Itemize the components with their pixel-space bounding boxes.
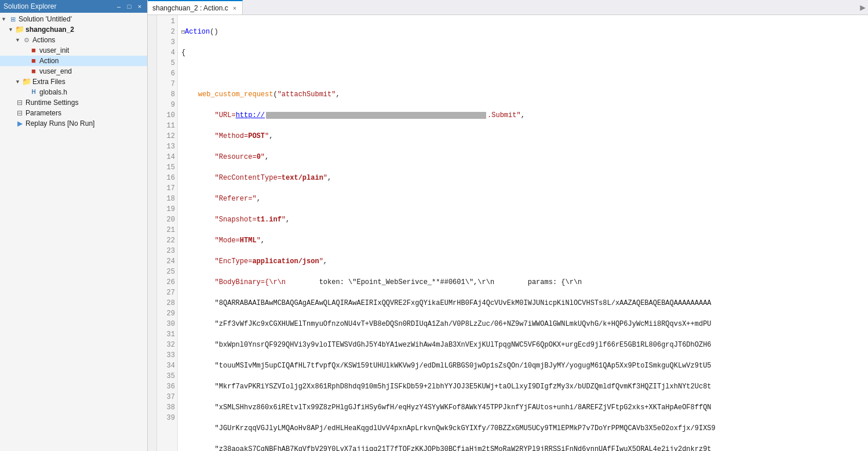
code-line-16: "bxWpnl0YnsrQF929QHVi3y9vloITEWSVdGhJ5Y4… xyxy=(181,340,868,350)
globals-label: globals.h xyxy=(39,88,67,96)
code-content[interactable]: ⊟Action() { web_custom_request("attachSu… xyxy=(178,15,868,451)
line-num-35: 35 xyxy=(157,371,175,381)
expand-icon: ▼ xyxy=(15,37,22,43)
replay-icon: ▶ xyxy=(15,119,24,128)
code-line-3 xyxy=(181,68,868,79)
line-num-30: 30 xyxy=(157,319,175,329)
chevron-right-icon: ▶ xyxy=(860,2,866,13)
dock-button[interactable]: □ xyxy=(125,2,133,10)
line-num-9: 9 xyxy=(157,100,175,110)
code-line-7: "Resource=0", xyxy=(181,152,868,162)
action-label: Action xyxy=(39,57,59,65)
line-num-15: 15 xyxy=(157,162,175,173)
line-num-8: 8 xyxy=(157,89,175,100)
file-icon: ■ xyxy=(29,46,38,55)
replay-runs-label: Replay Runs [No Run] xyxy=(25,119,94,128)
sidebar-item-replay-runs[interactable]: ▶ Replay Runs [No Run] xyxy=(0,118,147,129)
sidebar-item-vuser-init[interactable]: ■ vuser_init xyxy=(0,45,147,56)
line-num-39: 39 xyxy=(157,413,175,423)
line-numbers: 1 2 3 4 5 6 7 8 9 10 11 12 13 14 15 16 1… xyxy=(157,15,178,451)
line-num-12: 12 xyxy=(157,131,175,141)
code-line-15: "zFf3vWfJKc9xCGXHUWElTnmyuOfnzoNU4vT+VB8… xyxy=(181,319,868,329)
code-line-1: ⊟Action() xyxy=(181,27,868,37)
solution-explorer-panel: Solution Explorer – □ × ▼ ⊞ Solution 'Un… xyxy=(0,0,148,451)
solution-explorer-titlebar: Solution Explorer – □ × xyxy=(0,0,147,13)
code-line-20: "JGUrKrzqqVGJlyLMQAoHv8APj/edHLHeaKqgdlU… xyxy=(181,423,868,434)
line-num-28: 28 xyxy=(157,298,175,308)
line-num-33: 33 xyxy=(157,350,175,361)
code-line-2: { xyxy=(181,48,868,58)
line-num-31: 31 xyxy=(157,329,175,340)
line-num-21: 21 xyxy=(157,225,175,235)
line-num-17: 17 xyxy=(157,183,175,194)
editor-gutter xyxy=(148,15,157,451)
solution-label: Solution 'Untitled' xyxy=(19,15,72,23)
tab-close-button[interactable]: × xyxy=(232,5,238,12)
code-line-10: "Snapshot=t1.inf", xyxy=(181,214,868,225)
line-num-29: 29 xyxy=(157,308,175,319)
header-file-icon: H xyxy=(29,88,38,97)
line-num-22: 22 xyxy=(157,235,175,246)
line-num-23: 23 xyxy=(157,246,175,256)
editor-area: shangchuan_2 : Action.c × ▶ 1 2 3 4 5 6 … xyxy=(148,0,868,451)
folder-icon: 📁 xyxy=(22,77,31,86)
code-editor: 1 2 3 4 5 6 7 8 9 10 11 12 13 14 15 16 1… xyxy=(148,15,868,451)
close-panel-button[interactable]: × xyxy=(136,2,144,10)
line-num-10: 10 xyxy=(157,110,175,121)
code-line-8: "RecContentType=text/plain", xyxy=(181,173,868,183)
solution-icon: ⊞ xyxy=(8,14,17,24)
line-num-13: 13 xyxy=(157,141,175,152)
line-num-38: 38 xyxy=(157,402,175,413)
sidebar-item-vuser-end[interactable]: ■ vuser_end xyxy=(0,66,147,77)
line-num-1: 1 xyxy=(157,16,175,27)
file-icon: ■ xyxy=(29,56,38,66)
sidebar-item-shangchuan2[interactable]: ▼ 📁 shangchuan_2 xyxy=(0,24,147,35)
line-num-37: 37 xyxy=(157,392,175,402)
tab-bar: shangchuan_2 : Action.c × ▶ xyxy=(148,0,868,15)
tab-label: shangchuan_2 : Action.c xyxy=(152,4,228,12)
file-icon: ■ xyxy=(29,67,38,76)
line-num-7: 7 xyxy=(157,79,175,89)
project-label: shangchuan_2 xyxy=(25,26,74,34)
sidebar-item-extra-files[interactable]: ▼ 📁 Extra Files xyxy=(0,77,147,87)
sidebar-item-actions[interactable]: ▼ ⚙ Actions xyxy=(0,35,147,45)
runtime-settings-label: Runtime Settings xyxy=(25,99,78,107)
extra-files-label: Extra Files xyxy=(32,78,65,86)
line-num-20: 20 xyxy=(157,214,175,225)
sidebar-item-globals[interactable]: H globals.h xyxy=(0,87,147,97)
code-line-21: "z38aoakS7CqNBFhAB7KgVfbV29Y0LyX7ajjiqq2… xyxy=(181,444,868,451)
code-line-6: "Method=POST", xyxy=(181,131,868,141)
code-line-9: "Referer=", xyxy=(181,194,868,204)
line-num-19: 19 xyxy=(157,204,175,214)
line-num-5: 5 xyxy=(157,58,175,68)
sidebar-item-parameters[interactable]: ⊟ Parameters xyxy=(0,108,147,118)
code-line-5: "URL=http://.Submit", xyxy=(181,110,868,121)
code-line-12: "EncType=application/json", xyxy=(181,256,868,267)
folder-icon: 📁 xyxy=(15,25,24,34)
line-num-4: 4 xyxy=(157,48,175,58)
tab-scroll-button[interactable]: ▶ xyxy=(858,0,868,14)
line-num-24: 24 xyxy=(157,256,175,267)
expand-icon: ▼ xyxy=(8,27,15,32)
code-line-18: "Mkrf7avPKRiYSZVIoljg2Xx861RphD8hdq910m5… xyxy=(181,381,868,392)
expand-icon: ▼ xyxy=(15,79,22,85)
line-num-36: 36 xyxy=(157,381,175,392)
actions-label: Actions xyxy=(32,36,55,44)
line-num-3: 3 xyxy=(157,37,175,48)
line-num-32: 32 xyxy=(157,340,175,350)
sidebar-item-action[interactable]: ■ Action xyxy=(0,56,147,66)
code-line-14: "8QARRABAAIBAwMCBAQGAgAEAwQLAQIRAwAEIRIx… xyxy=(181,298,868,308)
line-num-34: 34 xyxy=(157,361,175,371)
code-line-4: web_custom_request("attachSubmit", xyxy=(181,89,868,100)
solution-explorer-title: Solution Explorer xyxy=(3,2,56,10)
line-num-2: 2 xyxy=(157,27,175,37)
editor-tab-action[interactable]: shangchuan_2 : Action.c × xyxy=(148,0,243,14)
sidebar-item-solution[interactable]: ▼ ⊞ Solution 'Untitled' xyxy=(0,14,147,24)
solution-tree: ▼ ⊞ Solution 'Untitled' ▼ 📁 shangchuan_2… xyxy=(0,13,147,451)
vuser-end-label: vuser_end xyxy=(39,67,72,75)
code-line-19: "xSMLSHhvz860x6iREtvlTx99Z8zPHlgGJfiHSy6… xyxy=(181,402,868,413)
line-num-18: 18 xyxy=(157,194,175,204)
line-num-6: 6 xyxy=(157,68,175,79)
sidebar-item-runtime-settings[interactable]: ⊟ Runtime Settings xyxy=(0,97,147,108)
pin-button[interactable]: – xyxy=(115,2,123,10)
